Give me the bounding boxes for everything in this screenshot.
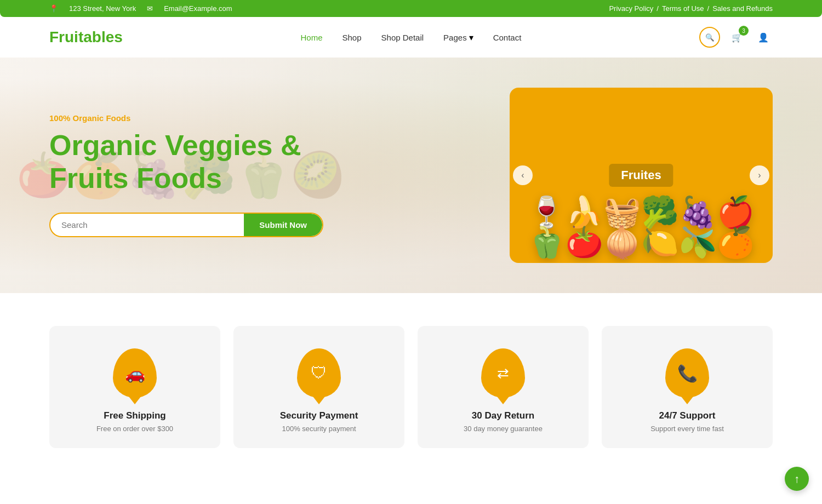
hero-image-inner: 🍷🍌🧺🥦🍇🍎🫑🍅🧅🍋🫒🍊 Fruites xyxy=(510,88,773,263)
nav-home[interactable]: Home xyxy=(300,33,322,42)
fruits-illustration: 🍷🍌🧺🥦🍇🍎🫑🍅🧅🍋🫒🍊 xyxy=(528,197,755,263)
chevron-down-icon: ▾ xyxy=(469,32,473,43)
feature-title-shipping: Free Shipping xyxy=(104,410,165,421)
feature-title-return: 30 Day Return xyxy=(472,410,534,421)
phone-icon: 📞 xyxy=(677,364,698,383)
hero-section: 🍅🍊🍇🥦🫑🥝 100% Organic Foods Organic Veggie… xyxy=(0,58,822,293)
user-button[interactable]: 👤 xyxy=(754,28,773,47)
user-icon: 👤 xyxy=(758,32,769,43)
submit-button[interactable]: Submit Now xyxy=(244,214,322,236)
pin-shape-support: 📞 xyxy=(665,348,709,398)
cart-badge: 3 xyxy=(739,26,749,36)
feature-title-support: 24/7 Support xyxy=(659,410,716,421)
hero-content: 100% Organic Foods Organic Veggies & Fru… xyxy=(0,81,373,270)
pin-shape-return: ⇄ xyxy=(481,348,525,398)
address-icon: 📍 xyxy=(49,4,58,13)
arrows-icon: ⇄ xyxy=(497,365,509,382)
search-bar: Submit Now xyxy=(49,213,323,237)
features-section: 🚗 Free Shipping Free on order over $300 … xyxy=(0,293,822,470)
feature-icon-wrap-payment: 🛡 xyxy=(294,346,344,400)
sales-link[interactable]: Sales and Refunds xyxy=(712,4,773,13)
hero-title: Organic Veggies & Fruits Foods xyxy=(49,129,323,195)
feature-icon-wrap-return: ⇄ xyxy=(478,346,528,400)
car-icon: 🚗 xyxy=(125,364,145,383)
search-button[interactable]: 🔍 xyxy=(699,27,720,48)
carousel-next-button[interactable]: › xyxy=(750,165,769,185)
header-icons: 🔍 🛒 3 👤 xyxy=(699,27,773,48)
header: Fruitables Home Shop Shop Detail Pages ▾… xyxy=(0,17,822,58)
carousel-prev-button[interactable]: ‹ xyxy=(513,165,533,185)
feature-sub-return: 30 day money guarantee xyxy=(464,425,543,433)
feature-title-payment: Security Payment xyxy=(280,410,358,421)
feature-sub-shipping: Free on order over $300 xyxy=(96,425,173,433)
nav-pages-wrap[interactable]: Pages ▾ xyxy=(443,32,473,43)
feature-sub-payment: 100% security payment xyxy=(282,425,356,433)
main-nav: Home Shop Shop Detail Pages ▾ Contact xyxy=(300,32,521,43)
feature-icon-wrap-shipping: 🚗 xyxy=(110,346,159,400)
logo[interactable]: Fruitables xyxy=(49,28,123,46)
privacy-link[interactable]: Privacy Policy xyxy=(609,4,653,13)
nav-shop[interactable]: Shop xyxy=(342,33,361,42)
search-input[interactable] xyxy=(50,214,244,236)
feature-card-support: 📞 24/7 Support Support every time fast xyxy=(602,326,773,448)
shield-icon: 🛡 xyxy=(311,364,327,382)
email-link[interactable]: Email@Example.com xyxy=(164,4,232,13)
hero-tag: 100% Organic Foods xyxy=(49,113,323,123)
feature-card-return: ⇄ 30 Day Return 30 day money guarantee xyxy=(418,326,589,448)
email-icon: ✉ xyxy=(147,4,153,13)
hero-card-label: Fruites xyxy=(609,164,673,187)
feature-icon-wrap-support: 📞 xyxy=(663,346,712,400)
topbar-left: 📍 123 Street, New York ✉ Email@Example.c… xyxy=(49,4,232,13)
pin-shape-shipping: 🚗 xyxy=(113,348,157,398)
cart-button[interactable]: 🛒 3 xyxy=(727,27,747,48)
terms-link[interactable]: Terms of Use xyxy=(662,4,704,13)
topbar-right: Privacy Policy / Terms of Use / Sales an… xyxy=(609,4,773,13)
nav-shop-detail[interactable]: Shop Detail xyxy=(381,33,424,42)
pin-shape-payment: 🛡 xyxy=(297,348,341,398)
topbar: 📍 123 Street, New York ✉ Email@Example.c… xyxy=(0,0,822,17)
search-icon: 🔍 xyxy=(705,33,715,42)
nav-contact[interactable]: Contact xyxy=(493,33,522,42)
feature-sub-support: Support every time fast xyxy=(650,425,724,433)
nav-pages[interactable]: Pages xyxy=(443,33,467,42)
feature-card-shipping: 🚗 Free Shipping Free on order over $300 xyxy=(49,326,220,448)
feature-card-payment: 🛡 Security Payment 100% security payment xyxy=(233,326,404,448)
address-text: 123 Street, New York xyxy=(69,4,136,13)
hero-image-card: ‹ 🍷🍌🧺🥦🍇🍎🫑🍅🧅🍋🫒🍊 Fruites › xyxy=(510,88,773,263)
